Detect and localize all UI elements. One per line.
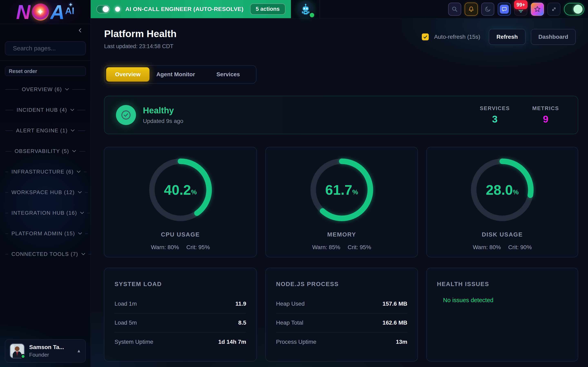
sidebar-item-connected-tools[interactable]: CONNECTED TOOLS (7): [0, 244, 91, 264]
search-input[interactable]: [13, 45, 92, 52]
metric-row-heap-used: Heap Used 157.6 MB: [276, 294, 407, 313]
nodejs-process-rows: Heap Used 157.6 MB Heap Total 162.6 MB P…: [276, 294, 407, 351]
row-label: Heap Total: [276, 319, 303, 326]
topbar-divider: [320, 0, 320, 18]
auto-refresh-checkbox[interactable]: [422, 33, 429, 40]
cpu-warn-threshold: Warn: 80%: [151, 244, 179, 250]
logo-letter-a: A: [50, 2, 65, 22]
memory-gauge-thresholds: Warn: 85% Crit: 95%: [312, 244, 371, 250]
metric-row-heap-total: Heap Total 162.6 MB: [276, 313, 407, 332]
main-content: Platform Health Last updated: 23:14:58 C…: [91, 18, 588, 367]
tab-services[interactable]: Services: [202, 71, 254, 78]
ai-assistant-button[interactable]: [295, 0, 316, 18]
tab-agent-monitor[interactable]: Agent Monitor: [149, 71, 202, 78]
platform-health-page: { "app": { "logo_n": "N", "logo_a": "A",…: [0, 0, 588, 367]
logo-orb-icon: [32, 3, 49, 21]
row-label: Load 1m: [114, 300, 137, 307]
page-title: Platform Health: [104, 28, 177, 39]
status-pulse-dot: [115, 7, 120, 12]
nav-dash: [77, 110, 85, 110]
favorites-button[interactable]: [531, 3, 544, 16]
healthy-check-icon: [116, 105, 136, 125]
status-updated: Updated 9s ago: [143, 118, 183, 124]
sidebar-item-overview[interactable]: OVERVIEW (6): [0, 79, 91, 100]
memory-gauge-card: 61.7 % MEMORY Warn: 85% Crit: 95%: [265, 147, 418, 257]
inbox-bag-button[interactable]: 99+: [514, 3, 527, 16]
reset-order-label: Reset order: [9, 68, 37, 74]
nav-dash: [85, 192, 88, 193]
nav-label: WORKSPACE HUB (12): [11, 189, 75, 196]
refresh-button[interactable]: Refresh: [489, 29, 526, 45]
metrics-value: 9: [543, 114, 548, 125]
nav-dash: [87, 213, 90, 213]
sidebar-collapse-button[interactable]: [77, 27, 83, 33]
sidebar-item-workspace-hub[interactable]: WORKSPACE HUB (12): [0, 182, 91, 203]
health-issues-panel: HEALTH ISSUES No issues detected: [426, 268, 578, 361]
cpu-usage-gauge-card: 40.2 % CPU USAGE Warn: 80% Crit: 95%: [104, 147, 257, 257]
avatar: [9, 343, 25, 359]
oncall-toggle[interactable]: [96, 5, 110, 13]
status-stats: SERVICES 3 METRICS 9: [480, 105, 566, 125]
nav-dash: [5, 234, 8, 234]
tab-overview[interactable]: Overview: [106, 67, 149, 82]
nav-dash: [79, 151, 85, 151]
sidebar-search[interactable]: [5, 42, 86, 55]
nav-dash: [5, 254, 8, 254]
nav-dash: [85, 234, 88, 234]
search-icon: [452, 6, 458, 12]
chevron-left-icon: [78, 28, 83, 33]
disk-gauge-label: DISK USAGE: [482, 231, 523, 238]
disk-usage-gauge-card: 28.0 % DISK USAGE Warn: 80% Crit: 90%: [426, 147, 578, 257]
nav-label: PLATFORM ADMIN (15): [11, 230, 75, 237]
auto-refresh-label[interactable]: Auto-refresh (15s): [434, 34, 480, 40]
row-value: 11.9: [235, 300, 246, 307]
fullscreen-button[interactable]: [547, 3, 561, 16]
health-status-card: Healthy Updated 9s ago SERVICES 3 METRIC…: [104, 96, 578, 134]
chat-button[interactable]: [498, 3, 511, 16]
services-value: 3: [492, 114, 498, 125]
user-profile-card[interactable]: Samson Ta... Founder ▲: [5, 339, 86, 363]
sidebar-item-platform-admin[interactable]: PLATFORM ADMIN (15): [0, 223, 91, 244]
disk-warn-threshold: Warn: 80%: [473, 244, 501, 250]
global-search-button[interactable]: [448, 3, 461, 16]
memory-gauge-value: 61.7: [325, 182, 352, 198]
topbar-actions: 99+: [448, 3, 584, 16]
memory-crit-threshold: Crit: 95%: [348, 244, 371, 250]
dashboard-button[interactable]: Dashboard: [531, 29, 576, 45]
nav-dash: [5, 89, 18, 90]
last-updated-text: Last updated: 23:14:58 CDT: [104, 43, 173, 50]
sidebar-item-infrastructure[interactable]: INFRASTRUCTURE (6): [0, 161, 91, 182]
nodejs-process-title: NODE.JS PROCESS: [276, 268, 407, 287]
logo-sparkle-icon: ✦: [68, 2, 73, 8]
nav-dash: [5, 151, 11, 151]
chevron-down-icon: [81, 253, 85, 255]
check-icon: [423, 34, 428, 39]
sidebar-item-incident-hub[interactable]: INCIDENT HUB (4): [0, 100, 91, 120]
dark-mode-button[interactable]: [481, 3, 494, 16]
theme-toggle[interactable]: [564, 3, 584, 16]
status-state: Healthy: [143, 106, 183, 115]
sidebar-item-integration-hub[interactable]: INTEGRATION HUB (16): [0, 203, 91, 223]
caret-up-icon: ▲: [77, 348, 81, 354]
metric-row-load-1m: Load 1m 11.9: [114, 294, 246, 313]
sidebar-item-alert-engine[interactable]: ALERT ENGINE (1): [0, 120, 91, 141]
cpu-crit-threshold: Crit: 95%: [186, 244, 210, 250]
reset-order-button[interactable]: Reset order: [5, 67, 86, 76]
sidebar-item-observability[interactable]: OBSERVABILITY (5): [0, 141, 91, 161]
chevron-down-icon: [78, 191, 82, 193]
user-meta: Samson Ta... Founder: [29, 344, 64, 358]
nav-label: OVERVIEW (6): [22, 86, 62, 92]
nav-label: INTEGRATION HUB (16): [11, 210, 77, 216]
services-label: SERVICES: [480, 105, 510, 111]
memory-gauge-label: MEMORY: [327, 231, 356, 238]
row-value: 1d 14h 7m: [218, 339, 246, 345]
row-label: System Uptime: [114, 339, 153, 345]
nav-dash: [5, 192, 8, 193]
robot-online-dot: [309, 12, 315, 18]
actions-count-badge[interactable]: 5 actions: [250, 3, 285, 15]
nav-label: INFRASTRUCTURE (6): [11, 169, 73, 175]
metric-row-system-uptime: System Uptime 1d 14h 7m: [114, 332, 246, 351]
notifications-button[interactable]: [465, 3, 478, 16]
cpu-gauge-unit: %: [191, 188, 197, 196]
nav-dash: [72, 89, 85, 90]
